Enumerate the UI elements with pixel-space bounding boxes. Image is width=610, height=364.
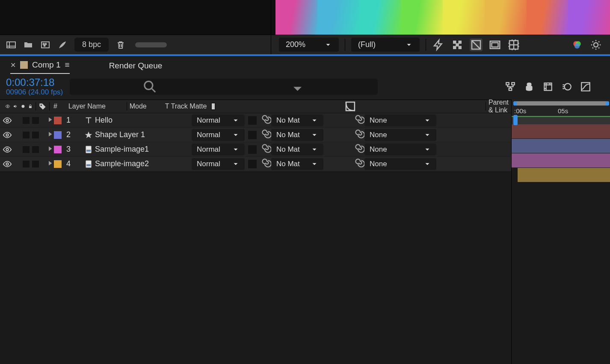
track-matte-dropdown[interactable]: No Mat <box>271 129 323 141</box>
parent-pickwhip[interactable] <box>353 157 364 170</box>
folder-icon[interactable] <box>23 40 33 50</box>
tab-render-queue[interactable]: Render Queue <box>109 61 163 74</box>
layer-duration-bar[interactable] <box>518 168 610 182</box>
draft3d-icon[interactable] <box>524 81 535 92</box>
twirl-icon[interactable] <box>46 130 54 139</box>
solo-toggle[interactable] <box>23 117 30 124</box>
exposure-icon[interactable] <box>589 38 602 51</box>
time-navigator[interactable] <box>513 101 609 106</box>
trash-icon[interactable] <box>115 40 126 50</box>
solo-toggle[interactable] <box>23 146 30 153</box>
preserve-transparency-toggle[interactable] <box>248 160 257 168</box>
col-mode[interactable]: Mode <box>130 103 163 110</box>
parent-dropdown[interactable]: None <box>364 158 436 170</box>
tag-icon[interactable] <box>38 103 47 111</box>
layer-duration-bar[interactable] <box>512 124 610 139</box>
visibility-toggle[interactable] <box>3 159 12 169</box>
twirl-icon[interactable] <box>46 159 54 168</box>
twirl-icon[interactable] <box>46 145 54 154</box>
visibility-toggle[interactable] <box>3 116 12 125</box>
parent-pickwhip[interactable] <box>353 128 364 141</box>
layer-search-input[interactable] <box>70 79 378 95</box>
col-number[interactable]: # <box>52 103 59 110</box>
solo-toggle[interactable] <box>23 161 30 167</box>
track-matte-dropdown[interactable]: No Mat <box>271 114 323 126</box>
tab-comp1[interactable]: ✕ Comp 1 ≡ <box>10 60 70 74</box>
layer-duration-bar[interactable] <box>512 153 610 168</box>
mask-visibility-icon[interactable] <box>470 38 483 51</box>
layer-name[interactable]: Sample-image2 <box>93 159 192 168</box>
label-color[interactable] <box>54 131 62 139</box>
solo-icon[interactable] <box>21 104 26 109</box>
adjustment-icon[interactable] <box>217 100 483 113</box>
visibility-toggle[interactable] <box>3 130 12 140</box>
parent-pickwhip[interactable] <box>353 114 364 127</box>
col-layer-name[interactable]: Layer Name <box>67 103 124 110</box>
lock-icon[interactable] <box>28 104 33 109</box>
lock-toggle[interactable] <box>32 161 39 167</box>
eye-icon[interactable] <box>5 104 10 109</box>
project-panel-icon[interactable] <box>6 40 16 50</box>
lock-toggle[interactable] <box>32 117 39 124</box>
lock-toggle[interactable] <box>32 146 39 153</box>
speaker-icon[interactable] <box>13 104 18 109</box>
layer-row[interactable]: 3Sample-image1NormalNo MatNone <box>0 142 511 157</box>
track-matte-pickwhip[interactable] <box>260 143 271 156</box>
resolution-dropdown[interactable]: (Full) <box>351 38 420 52</box>
track-matte-pickwhip[interactable] <box>260 114 271 127</box>
col-track-matte[interactable]: Track Matte <box>171 103 211 110</box>
preserve-transparency-icon[interactable] <box>211 103 216 110</box>
lock-toggle[interactable] <box>32 132 39 138</box>
parent-dropdown[interactable]: None <box>364 129 436 141</box>
blend-mode-dropdown[interactable]: Normal <box>192 158 245 170</box>
visibility-toggle[interactable] <box>3 145 12 154</box>
layer-name[interactable]: Sample-image1 <box>93 145 192 154</box>
playhead[interactable] <box>513 115 518 125</box>
new-comp-icon[interactable] <box>40 40 50 50</box>
layer-name[interactable]: Hello <box>93 116 192 125</box>
tab-menu-icon[interactable]: ≡ <box>65 60 70 70</box>
twirl-icon[interactable] <box>46 116 54 125</box>
blend-mode-dropdown[interactable]: Normal <box>192 114 245 126</box>
preserve-transparency-toggle[interactable] <box>248 145 257 154</box>
preserve-transparency-toggle[interactable] <box>248 116 257 125</box>
track-matte-pickwhip[interactable] <box>260 157 271 170</box>
time-ruler[interactable]: :00s 05s <box>512 100 610 116</box>
layer-row[interactable]: 2Shape Layer 1NormalNo MatNone <box>0 128 511 142</box>
layer-row[interactable]: 1HelloNormalNo MatNone <box>0 113 511 128</box>
work-area[interactable] <box>512 116 610 124</box>
close-icon[interactable]: ✕ <box>10 61 16 69</box>
blend-mode-dropdown[interactable]: Normal <box>192 144 245 156</box>
fast-preview-icon[interactable] <box>432 38 445 51</box>
parent-dropdown[interactable]: None <box>364 144 436 156</box>
safe-zones-icon[interactable] <box>489 38 501 51</box>
col-t[interactable]: T <box>163 103 171 110</box>
blend-mode-dropdown[interactable]: Normal <box>192 129 245 141</box>
composition-preview[interactable] <box>275 0 610 35</box>
track-matte-dropdown[interactable]: No Mat <box>271 158 323 170</box>
parent-dropdown[interactable]: None <box>364 114 436 126</box>
channels-icon[interactable] <box>571 38 583 51</box>
grid-icon[interactable] <box>507 38 520 51</box>
layer-row[interactable]: 4Sample-image2NormalNo MatNone <box>0 157 511 171</box>
label-color[interactable] <box>54 160 62 168</box>
col-parent-link[interactable]: Parent & Link <box>489 99 509 114</box>
zoom-dropdown[interactable]: 200% <box>279 38 339 52</box>
transparency-grid-icon[interactable] <box>451 38 464 51</box>
brush-icon[interactable] <box>57 40 68 50</box>
label-color[interactable] <box>54 117 62 124</box>
layer-name[interactable]: Shape Layer 1 <box>93 130 192 139</box>
track-matte-dropdown[interactable]: No Mat <box>271 144 323 156</box>
bpc-button[interactable]: 8 bpc <box>74 38 109 52</box>
frame-blend-icon[interactable] <box>542 81 554 92</box>
preserve-transparency-toggle[interactable] <box>248 131 257 139</box>
label-color[interactable] <box>54 146 62 153</box>
graph-editor-icon[interactable] <box>580 81 591 92</box>
solo-toggle[interactable] <box>23 132 30 138</box>
comp-flowchart-icon[interactable] <box>505 81 516 92</box>
parent-pickwhip[interactable] <box>353 143 364 156</box>
motion-blur-icon[interactable] <box>561 81 572 92</box>
track-matte-pickwhip[interactable] <box>260 128 271 141</box>
timecode-display[interactable]: 0:00:37:18 00906 (24.00 fps) <box>6 77 63 96</box>
layer-duration-bar[interactable] <box>512 139 610 153</box>
